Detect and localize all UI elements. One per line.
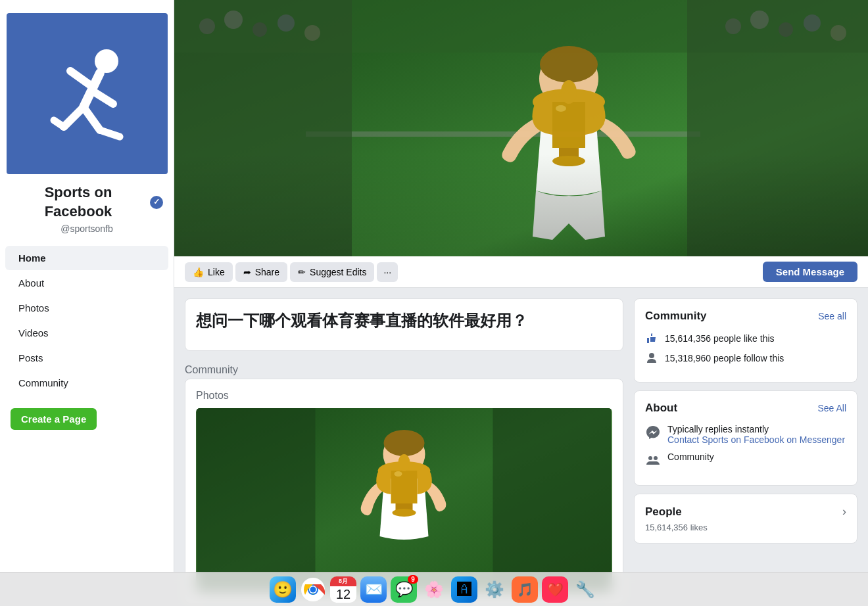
people-widget-title: People [645,505,682,519]
edit-icon: ✏ [298,267,306,277]
photo-grid [196,408,612,592]
follows-count: 15,318,960 people follow this [665,353,784,363]
page-name: Sports on Facebook [0,183,174,221]
post-question: 想问一下哪个观看体育赛事直播的软件最好用？ [196,310,612,332]
photos-card: Photos [185,379,623,603]
sidebar-item-community[interactable]: Community [5,371,168,395]
community-feed-header: Community [185,359,623,379]
send-message-button[interactable]: Send Message [763,262,857,282]
photo-item-1[interactable] [196,408,612,592]
dock-messages-badge: 9 [408,575,418,584]
page-avatar [7,13,168,174]
svg-point-47 [310,586,316,592]
cover-overlay [174,0,868,256]
about-widget-header: About See All [645,402,846,415]
sidebar-item-photos[interactable]: Photos [5,296,168,320]
main-content: 想问一下哪个观看体育赛事直播的软件最好用？ Community Photos [174,288,868,606]
dock-photos[interactable]: 🌸 [421,576,447,603]
more-button[interactable]: ··· [377,262,398,282]
like-icon: 👍 [193,267,204,277]
dock-date-day: 12 [330,586,356,603]
dock-app3[interactable]: 🔧 [572,576,598,603]
dock-app1[interactable]: 🎵 [512,576,538,603]
dock-finder[interactable]: 🙂 [270,576,296,603]
dock-chrome[interactable] [300,576,326,603]
dock-mail[interactable]: ✉️ [360,576,387,603]
sidebar-nav: Home About Photos Videos Posts Community [0,246,174,395]
community-widget: Community See all 15,614,356 people like… [634,298,857,383]
svg-line-6 [84,107,100,130]
dock-calendar[interactable]: 8月 12 [330,576,356,603]
right-sidebar: Community See all 15,614,356 people like… [634,298,857,606]
left-sidebar: Sports on Facebook @sportsonfb Home Abou… [0,0,174,572]
svg-line-3 [92,91,113,104]
community-see-all-link[interactable]: See all [818,311,846,321]
cover-photo [174,0,868,256]
community-widget-header: Community See all [645,310,846,323]
dock-app2[interactable]: ❤️ [542,576,568,603]
svg-line-4 [64,107,84,127]
svg-rect-41 [493,408,612,592]
svg-rect-40 [197,408,316,592]
svg-point-39 [395,471,402,477]
messenger-icon [645,425,661,440]
community-widget-title: Community [645,310,707,323]
cover-photo-inner [174,0,868,256]
dock-appstore[interactable]: 🅰 [451,576,477,603]
photo-svg-1 [196,408,612,592]
photos-label: Photos [196,390,612,402]
about-reply-content: Typically replies instantly Contact Spor… [667,424,845,445]
svg-rect-35 [391,471,418,503]
post-card: 想问一下哪个观看体育赛事直播的软件最好用？ [185,298,623,351]
svg-point-43 [648,456,652,460]
community-label: Community [185,364,238,375]
svg-point-33 [384,430,425,456]
page-name-text: Sports on Facebook [11,183,146,221]
suggest-edits-button[interactable]: ✏ Suggest Edits [290,262,374,282]
svg-point-42 [649,353,654,358]
about-see-all-link[interactable]: See All [817,403,846,413]
sidebar-item-videos[interactable]: Videos [5,321,168,345]
dock-settings[interactable]: ⚙️ [481,576,508,603]
dock-date-month: 8月 [330,576,356,586]
like-button[interactable]: 👍 Like [185,262,233,282]
svg-point-37 [393,509,416,517]
svg-line-7 [100,130,120,137]
svg-line-2 [70,71,93,87]
about-reply-row: Typically replies instantly Contact Spor… [645,424,846,445]
likes-stat: 15,614,356 people like this [645,332,846,345]
chevron-right-icon: › [842,505,846,519]
feed-area: 想问一下哪个观看体育赛事直播的软件最好用？ Community Photos [185,298,623,606]
verified-badge [150,196,163,209]
dock: 🙂 8月 12 ✉️ 💬 9 🌸 🅰 ⚙️ 🎵 ❤️ 🔧 [0,572,868,606]
page-username: @sportsonfb [0,223,174,234]
create-page-button[interactable]: Create a Page [11,408,97,430]
about-reply-text: Typically replies instantly [667,424,845,434]
people-count: 15,614,356 likes [645,523,846,532]
svg-point-38 [398,454,410,471]
runner-icon [34,41,139,147]
suggest-edits-label: Suggest Edits [310,267,366,277]
about-widget-title: About [645,402,677,415]
follows-stat: 15,318,960 people follow this [645,352,846,365]
action-bar: 👍 Like ➦ Share ✏ Suggest Edits ··· Send … [174,256,868,288]
sidebar-item-home[interactable]: Home [5,246,168,270]
community-icon [645,452,661,468]
likes-stat-icon [645,332,658,345]
like-label: Like [208,267,225,277]
share-button[interactable]: ➦ Share [235,262,287,282]
about-widget: About See All Typically replies instantl… [634,390,857,486]
svg-point-44 [654,456,658,460]
about-community-row: Community [645,452,846,468]
share-label: Share [255,267,279,277]
share-icon: ➦ [243,267,251,277]
about-community-text: Community [667,452,714,462]
svg-line-5 [54,120,64,127]
sidebar-item-about[interactable]: About [5,271,168,295]
people-widget-header: People › [645,505,846,519]
about-contact-link[interactable]: Contact Sports on Facebook on Messenger [667,434,845,445]
likes-count: 15,614,356 people like this [665,333,775,344]
sidebar-item-posts[interactable]: Posts [5,346,168,370]
dock-messages[interactable]: 💬 9 [391,576,417,603]
follows-stat-icon [645,352,658,365]
